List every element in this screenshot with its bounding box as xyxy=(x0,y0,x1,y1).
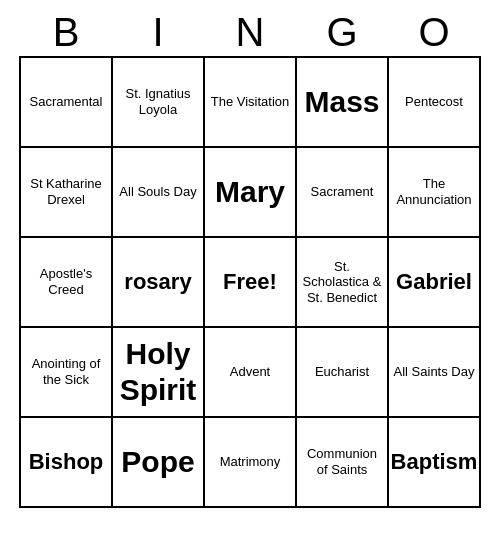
cell-r4-c2: Matrimony xyxy=(205,418,297,508)
cell-r2-c4: Gabriel xyxy=(389,238,481,328)
cell-r2-c1: rosary xyxy=(113,238,205,328)
cell-r4-c4: Baptism xyxy=(389,418,481,508)
cell-r1-c2: Mary xyxy=(205,148,297,238)
cell-r0-c2: The Visitation xyxy=(205,58,297,148)
cell-r4-c3: Communion of Saints xyxy=(297,418,389,508)
cell-r2-c3: St. Scholastica & St. Benedict xyxy=(297,238,389,328)
cell-r0-c1: St. Ignatius Loyola xyxy=(113,58,205,148)
cell-r3-c3: Eucharist xyxy=(297,328,389,418)
header-i: I xyxy=(112,10,204,54)
cell-r0-c3: Mass xyxy=(297,58,389,148)
cell-r3-c2: Advent xyxy=(205,328,297,418)
header-n: N xyxy=(204,10,296,54)
cell-r3-c4: All Saints Day xyxy=(389,328,481,418)
header-b: B xyxy=(20,10,112,54)
cell-r2-c2: Free! xyxy=(205,238,297,328)
bingo-grid: SacramentalSt. Ignatius LoyolaThe Visita… xyxy=(19,56,481,508)
header-g: G xyxy=(296,10,388,54)
bingo-header: B I N G O xyxy=(20,10,480,54)
cell-r4-c1: Pope xyxy=(113,418,205,508)
cell-r0-c0: Sacramental xyxy=(21,58,113,148)
cell-r3-c1: Holy Spirit xyxy=(113,328,205,418)
cell-r1-c4: The Annunciation xyxy=(389,148,481,238)
cell-r4-c0: Bishop xyxy=(21,418,113,508)
cell-r3-c0: Anointing of the Sick xyxy=(21,328,113,418)
cell-r1-c1: All Souls Day xyxy=(113,148,205,238)
cell-r1-c3: Sacrament xyxy=(297,148,389,238)
header-o: O xyxy=(388,10,480,54)
cell-r1-c0: St Katharine Drexel xyxy=(21,148,113,238)
cell-r2-c0: Apostle's Creed xyxy=(21,238,113,328)
cell-r0-c4: Pentecost xyxy=(389,58,481,148)
